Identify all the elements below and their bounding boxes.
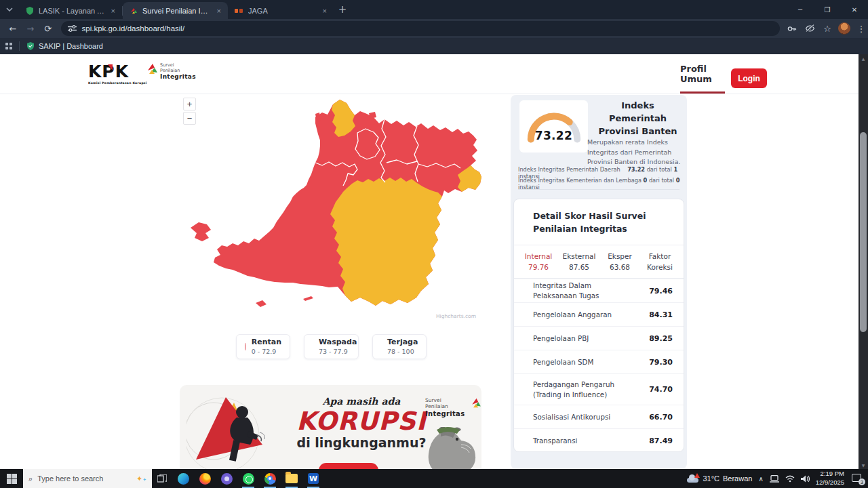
- legend-range: 78 - 100: [387, 348, 414, 355]
- browser-tabstrip: LASIK - Layanan Administrasi & × Survei …: [0, 0, 868, 19]
- volume-icon[interactable]: [801, 475, 810, 483]
- action-center-button[interactable]: 3: [850, 473, 864, 484]
- kpk-logo-subtitle: Komisi Pemberantasan Korupsi: [88, 81, 147, 85]
- device-icon[interactable]: [770, 475, 779, 483]
- index-panel: 73.22 Indeks Pemerintah Provinsi Banten …: [511, 95, 687, 469]
- banner-korupsi-headline: KORUPSI: [281, 407, 441, 436]
- weather-temp: 31°C: [703, 474, 719, 483]
- map-region-waspada-lebak: [330, 178, 442, 306]
- copilot-sparkle-icon: ✦✦: [136, 474, 146, 483]
- index-title: Indeks Pemerintah Provinsi Banten: [592, 100, 684, 138]
- back-icon[interactable]: ←: [4, 24, 22, 34]
- start-button[interactable]: [0, 469, 23, 488]
- legend-label: Rentan: [252, 338, 281, 346]
- kpk-logo-red-accent: [108, 64, 113, 70]
- index-value: 73.22: [519, 129, 588, 142]
- wifi-icon[interactable]: [785, 475, 795, 483]
- edge-app-icon[interactable]: [172, 469, 194, 488]
- tab-close-icon[interactable]: ×: [110, 7, 117, 15]
- legend-terjaga: Terjaga 78 - 100: [372, 334, 427, 359]
- password-key-icon[interactable]: [785, 22, 799, 35]
- gauge-card: 73.22: [519, 100, 588, 152]
- tray-expand-icon[interactable]: ∧: [758, 475, 763, 483]
- profile-avatar[interactable]: [838, 22, 850, 35]
- forward-icon[interactable]: →: [22, 24, 39, 34]
- tab-jaga[interactable]: JAGA ×: [228, 2, 334, 19]
- tab-spi-active[interactable]: Survei Penilaian Integritas ×: [123, 2, 228, 19]
- taskbar-search-input[interactable]: ⌕ Type here to search ✦✦: [23, 469, 152, 488]
- campaign-banner[interactable]: Apa masih ada KORUPSI di lingkunganmu? S…: [180, 385, 481, 469]
- system-tray: 31°C Berawan ∧ 2:19 PM 12/9/2025 3: [687, 470, 868, 487]
- eye-off-icon[interactable]: [803, 22, 816, 35]
- banner-cta-button[interactable]: [319, 463, 378, 469]
- nav-profil-umum[interactable]: Profil Umum: [680, 54, 725, 94]
- refresh-icon[interactable]: ⟳: [39, 24, 57, 34]
- tab-close-icon[interactable]: ×: [216, 7, 222, 15]
- legend-dot-red: [245, 343, 245, 350]
- table-row[interactable]: Perdagangan Pengaruh (Trading in Influen…: [514, 373, 684, 405]
- word-app-icon[interactable]: W: [302, 469, 324, 488]
- taskbar: ⌕ Type here to search ✦✦ W 31°C Berawan …: [0, 469, 868, 488]
- table-row[interactable]: Pengelolaan SDM 79.30: [514, 350, 684, 373]
- map-zoom-out-button[interactable]: −: [183, 112, 196, 125]
- scrollbar-down-icon[interactable]: ▼: [859, 461, 868, 469]
- apps-grid-icon[interactable]: [5, 43, 12, 49]
- panel-divider: [518, 189, 679, 190]
- jaga-favicon-icon: [235, 7, 243, 14]
- address-bar[interactable]: spi.kpk.go.id/dashboard/hasil/: [61, 21, 780, 36]
- browser-app-icon[interactable]: [216, 469, 237, 488]
- tab-lasik[interactable]: LASIK - Layanan Administrasi & ×: [19, 2, 122, 19]
- chrome-app-icon[interactable]: [259, 469, 281, 488]
- window-close-button[interactable]: ✕: [841, 0, 868, 19]
- window-maximize-button[interactable]: ❐: [814, 0, 841, 19]
- window-controls: ─ ❐ ✕: [787, 0, 868, 19]
- map-card: + −: [180, 95, 481, 322]
- menu-kebab-icon[interactable]: ⋮: [854, 22, 868, 35]
- page-scrollbar[interactable]: ▲ ▼: [859, 54, 868, 469]
- bookmark-sakip[interactable]: SAKIP | Dashboard: [26, 42, 103, 50]
- login-button[interactable]: Login: [731, 68, 767, 88]
- banner-artwork-person: [186, 390, 288, 469]
- spi-logo[interactable]: Survei Penilaian Integritas: [142, 62, 196, 81]
- tab-eksper[interactable]: Eksper63.68: [599, 251, 640, 273]
- detail-score-title: Detail Skor Hasil Survei Penilaian Integ…: [514, 199, 684, 245]
- banner-question-intro: Apa masih ada: [294, 396, 429, 407]
- search-icon: ⌕: [28, 474, 33, 483]
- taskbar-clock[interactable]: 2:19 PM 12/9/2025: [816, 470, 844, 487]
- url-text[interactable]: spi.kpk.go.id/dashboard/hasil/: [82, 24, 185, 33]
- tab-eksternal[interactable]: Eksternal87.65: [559, 251, 599, 273]
- table-row[interactable]: Sosialisasi Antikorupsi 66.70: [514, 405, 684, 428]
- table-row[interactable]: Integritas Dalam Pelaksanaan Tugas 79.46: [514, 279, 684, 302]
- file-explorer-app-icon[interactable]: [281, 469, 302, 488]
- search-placeholder: Type here to search: [37, 474, 132, 483]
- task-view-button[interactable]: [152, 469, 172, 488]
- kpk-logo[interactable]: KPK Komisi Pemberantasan Korupsi: [88, 63, 147, 85]
- table-row[interactable]: Transparansi 87.49: [514, 428, 684, 452]
- legend-range: 73 - 77.9: [319, 348, 348, 355]
- spi-favicon-icon: [130, 7, 138, 15]
- tab-search-chevron-icon[interactable]: [0, 0, 19, 19]
- whatsapp-app-icon[interactable]: [237, 469, 259, 488]
- weather-widget[interactable]: 31°C Berawan: [687, 474, 752, 483]
- new-tab-button[interactable]: +: [334, 1, 351, 18]
- tab-title: LASIK - Layanan Administrasi &: [39, 7, 105, 15]
- clock-time: 2:19 PM: [821, 470, 844, 477]
- tab-close-icon[interactable]: ×: [321, 7, 328, 15]
- table-row[interactable]: Pengelolaan PBJ 89.25: [514, 326, 684, 350]
- sakip-shield-icon: [26, 42, 35, 50]
- bookmark-star-icon[interactable]: ☆: [821, 22, 834, 35]
- firefox-app-icon[interactable]: [194, 469, 216, 488]
- table-row[interactable]: Pengelolaan Anggaran 84.31: [514, 302, 684, 326]
- banten-province-map[interactable]: [180, 95, 481, 322]
- highcharts-credit[interactable]: Highcharts.com: [436, 313, 476, 319]
- scrollbar-thumb[interactable]: [860, 132, 867, 332]
- tab-internal[interactable]: Internal79.76: [518, 251, 559, 273]
- scrollbar-up-icon[interactable]: ▲: [859, 54, 868, 62]
- window-minimize-button[interactable]: ─: [787, 0, 814, 19]
- tab-faktor-koreksi[interactable]: Faktor Koreksi: [640, 251, 679, 273]
- index-description: Merupakan rerata Indeks Integritas dari …: [587, 138, 684, 167]
- banner-rat-image: [426, 427, 477, 469]
- banner-question-tail: di lingkunganmu?: [288, 435, 435, 450]
- map-zoom-in-button[interactable]: +: [183, 98, 196, 110]
- clock-date: 12/9/2025: [816, 479, 844, 486]
